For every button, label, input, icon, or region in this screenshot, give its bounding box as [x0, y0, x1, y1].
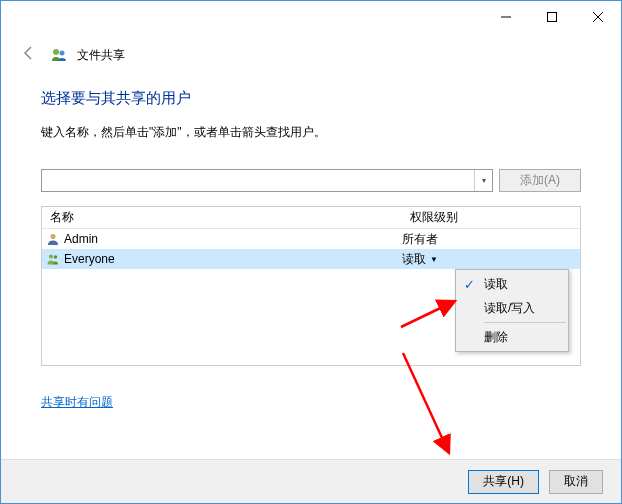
menu-item-read[interactable]: ✓ 读取: [458, 272, 566, 296]
user-combo[interactable]: ▾: [41, 169, 493, 192]
maximize-button[interactable]: [529, 1, 575, 33]
row-permission: 所有者: [402, 231, 578, 248]
col-permission[interactable]: 权限级别: [402, 209, 580, 226]
menu-item-remove[interactable]: 删除: [458, 325, 566, 349]
col-name[interactable]: 名称: [42, 209, 402, 226]
add-button[interactable]: 添加(A): [499, 169, 581, 192]
table-row[interactable]: Everyone 读取 ▼: [42, 249, 580, 269]
back-arrow-icon[interactable]: [17, 41, 41, 69]
table-header: 名称 权限级别: [42, 207, 580, 229]
svg-rect-1: [548, 13, 557, 22]
svg-point-8: [54, 255, 58, 259]
footer: 共享(H) 取消: [1, 459, 621, 503]
minimize-button[interactable]: [483, 1, 529, 33]
row-name: Admin: [62, 232, 402, 246]
check-icon: ✓: [464, 277, 484, 292]
svg-point-4: [53, 49, 59, 55]
header: 文件共享: [1, 33, 621, 81]
cancel-button[interactable]: 取消: [549, 470, 603, 494]
instruction-text: 键入名称，然后单击"添加"，或者单击箭头查找用户。: [41, 124, 581, 141]
svg-point-6: [51, 234, 56, 239]
permission-context-menu: ✓ 读取 读取/写入 删除: [455, 269, 569, 352]
share-button[interactable]: 共享(H): [468, 470, 539, 494]
help-link[interactable]: 共享时有问题: [41, 394, 113, 411]
dropdown-triangle-icon[interactable]: ▼: [430, 255, 438, 264]
content-area: 选择要与其共享的用户 键入名称，然后单击"添加"，或者单击箭头查找用户。 ▾ 添…: [1, 81, 621, 411]
group-icon: [44, 252, 62, 266]
user-icon: [44, 232, 62, 246]
user-input[interactable]: [42, 170, 474, 191]
close-button[interactable]: [575, 1, 621, 33]
table-row[interactable]: Admin 所有者: [42, 229, 580, 249]
menu-item-read-write[interactable]: 读取/写入: [458, 296, 566, 320]
page-heading: 选择要与其共享的用户: [41, 89, 581, 108]
add-user-row: ▾ 添加(A): [41, 169, 581, 192]
row-name: Everyone: [62, 252, 402, 266]
svg-point-7: [49, 255, 53, 259]
chevron-down-icon[interactable]: ▾: [474, 170, 492, 191]
window-title: 文件共享: [77, 47, 125, 64]
menu-separator: [484, 322, 566, 323]
row-permission[interactable]: 读取 ▼: [402, 251, 578, 268]
titlebar: [1, 1, 621, 33]
file-share-icon: [51, 47, 67, 63]
svg-point-5: [60, 51, 65, 56]
